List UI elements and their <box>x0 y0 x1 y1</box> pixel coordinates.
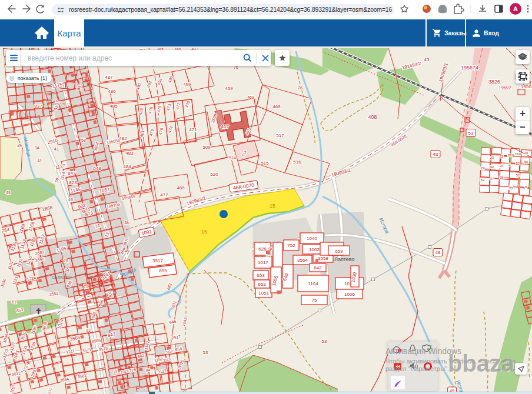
svg-text:486: 486 <box>108 89 116 94</box>
svg-text:61: 61 <box>12 300 16 304</box>
svg-text:487: 487 <box>105 75 113 80</box>
svg-text:469: 469 <box>225 86 233 91</box>
svg-text:76: 76 <box>298 85 303 91</box>
svg-text:517: 517 <box>276 133 284 138</box>
svg-text:663: 663 <box>258 282 266 287</box>
svg-text:29: 29 <box>481 166 485 170</box>
svg-text:43: 43 <box>433 152 438 157</box>
svg-text:41: 41 <box>54 146 59 152</box>
svg-text:1040: 1040 <box>307 236 317 241</box>
svg-text:78: 78 <box>64 259 68 263</box>
svg-text:1006: 1006 <box>344 292 355 297</box>
svg-text:485: 485 <box>109 103 118 109</box>
svg-text:33: 33 <box>508 153 512 157</box>
svg-text:499: 499 <box>183 82 191 87</box>
svg-text:3517: 3517 <box>152 258 163 263</box>
svg-text:1104: 1104 <box>308 281 318 286</box>
svg-text:408: 408 <box>368 114 377 120</box>
svg-text:92: 92 <box>490 165 494 169</box>
svg-text:34: 34 <box>500 164 504 168</box>
svg-text:15: 15 <box>270 203 275 209</box>
svg-text:22: 22 <box>500 155 504 158</box>
svg-text:648: 648 <box>93 166 101 171</box>
svg-text:482: 482 <box>119 136 127 141</box>
svg-text:A: A <box>513 5 518 12</box>
svg-text:3A: 3A <box>35 146 40 150</box>
svg-text:37: 37 <box>490 177 494 181</box>
svg-text:38: 38 <box>500 176 504 179</box>
svg-text:653: 653 <box>257 273 265 278</box>
svg-text:837: 837 <box>34 103 42 109</box>
svg-text:655: 655 <box>159 268 167 273</box>
svg-text:94: 94 <box>65 268 69 272</box>
svg-text:626: 626 <box>258 246 267 252</box>
svg-text:847: 847 <box>68 171 76 176</box>
svg-text:467: 467 <box>221 124 229 129</box>
svg-text:642: 642 <box>314 265 322 271</box>
svg-text:659: 659 <box>335 249 343 254</box>
svg-text:58: 58 <box>81 138 86 142</box>
svg-text:1956/2: 1956/2 <box>498 86 511 90</box>
svg-text:51: 51 <box>468 131 474 136</box>
svg-text:488: 488 <box>177 185 185 191</box>
svg-text:49: 49 <box>68 198 73 202</box>
svg-text:49: 49 <box>6 191 11 195</box>
svg-text:48: 48 <box>435 250 441 255</box>
svg-text:468: 468 <box>272 104 281 109</box>
svg-text:471: 471 <box>189 127 197 132</box>
svg-text:1051: 1051 <box>258 291 269 296</box>
svg-text:484: 484 <box>123 164 131 169</box>
svg-text:43: 43 <box>424 57 430 62</box>
svg-text:23: 23 <box>490 156 494 159</box>
svg-text:514: 514 <box>229 156 236 160</box>
svg-text:Лаптево: Лаптево <box>334 256 355 262</box>
svg-text:477: 477 <box>160 192 168 198</box>
svg-text:509: 509 <box>202 145 211 150</box>
svg-text:53: 53 <box>322 339 327 344</box>
svg-text:96: 96 <box>524 161 528 164</box>
svg-text:3558: 3558 <box>318 256 328 261</box>
svg-text:3564: 3564 <box>297 258 308 263</box>
svg-text:52: 52 <box>516 162 520 165</box>
svg-text:516: 516 <box>293 159 301 165</box>
svg-text:53: 53 <box>203 350 208 355</box>
svg-text:520: 520 <box>210 172 218 177</box>
svg-text:3826: 3826 <box>488 79 500 85</box>
svg-text:823: 823 <box>69 180 77 185</box>
svg-text:53: 53 <box>481 178 485 182</box>
svg-text:752: 752 <box>287 243 295 248</box>
svg-text:1002: 1002 <box>309 247 320 252</box>
svg-text:469: 469 <box>247 95 254 99</box>
svg-text:160: 160 <box>515 152 521 156</box>
svg-text:93: 93 <box>86 328 91 332</box>
svg-text:483: 483 <box>125 151 134 156</box>
svg-text:1950: 1950 <box>521 84 531 89</box>
svg-text:76: 76 <box>234 65 238 69</box>
svg-text:51: 51 <box>516 173 520 177</box>
svg-text:35: 35 <box>509 186 513 190</box>
svg-text:✝: ✝ <box>35 307 42 316</box>
svg-text:15: 15 <box>201 229 207 235</box>
svg-text:СЕЛКОВО: СЕЛКОВО <box>52 275 72 279</box>
svg-text:1017: 1017 <box>258 260 268 265</box>
svg-text:20: 20 <box>524 151 528 155</box>
svg-text:195674: 195674 <box>461 65 478 71</box>
svg-text:515: 515 <box>261 161 269 166</box>
svg-text:71: 71 <box>84 285 88 289</box>
svg-text:75: 75 <box>312 298 317 303</box>
